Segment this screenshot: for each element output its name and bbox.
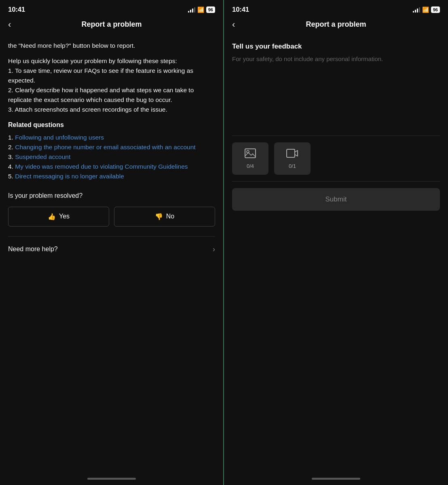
image-count-label: 0/4 [247, 163, 254, 169]
related-item-1[interactable]: 1. Following and unfollowing users [8, 133, 215, 142]
step1: 1. To save time, review our FAQs to see … [8, 67, 193, 84]
related-heading: Related questions [8, 120, 215, 130]
right-content: Tell us your feedback For your safety, d… [224, 34, 448, 472]
signal-icon-left [188, 7, 195, 13]
no-label: No [166, 213, 174, 220]
related-link-2[interactable]: Changing the phone number or email assoc… [15, 144, 195, 150]
image-upload-button[interactable]: 0/4 [232, 142, 268, 175]
left-content: the "Need more help?" button below to re… [0, 34, 223, 472]
status-icons-right: 📶 96 [413, 6, 440, 13]
step3: 3. Attach screenshots and screen recordi… [8, 106, 167, 113]
back-button-right[interactable]: ‹ [232, 19, 235, 30]
status-icons-left: 📶 96 [188, 6, 215, 13]
need-help-row[interactable]: Need more help? › [8, 236, 215, 263]
help-heading: Help us quickly locate your problem by f… [8, 57, 177, 64]
divider-media [232, 136, 440, 136]
step2: 2. Clearly describe how it happened and … [8, 87, 194, 103]
home-indicator-left [0, 472, 223, 485]
feedback-area[interactable]: For your safety, do not include any pers… [232, 55, 440, 127]
video-count-label: 0/1 [289, 163, 296, 169]
feedback-heading: Tell us your feedback [232, 42, 440, 51]
resolved-section: Is your problem resolved? 👍 Yes 👎 No Nee… [8, 191, 215, 263]
related-link-5[interactable]: Direct messaging is no longer available [15, 173, 124, 180]
related-link-1[interactable]: Following and unfollowing users [15, 134, 104, 141]
wifi-icon-left: 📶 [197, 6, 204, 13]
nav-bar-right: ‹ Report a problem [224, 17, 448, 34]
video-upload-button[interactable]: 0/1 [274, 142, 311, 175]
no-button[interactable]: 👎 No [114, 207, 215, 227]
nav-bar-left: ‹ Report a problem [0, 17, 223, 34]
page-title-right: Report a problem [306, 20, 366, 29]
video-icon [286, 148, 298, 161]
related-item-4[interactable]: 4. My video was removed due to violating… [8, 162, 215, 172]
divider-submit [232, 181, 440, 182]
resolved-question: Is your problem resolved? [8, 191, 215, 201]
thumbs-up-icon: 👍 [48, 213, 56, 220]
home-bar-right [312, 478, 360, 480]
related-link-3[interactable]: Suspended account [15, 153, 70, 160]
related-questions-section: Related questions 1. Following and unfol… [8, 120, 215, 181]
submit-button[interactable]: Submit [232, 188, 440, 211]
battery-left: 96 [206, 6, 215, 13]
feedback-placeholder: For your safety, do not include any pers… [232, 55, 440, 64]
page-title-left: Report a problem [81, 20, 142, 29]
status-bar-right: 10:41 📶 96 [224, 0, 448, 17]
yes-label: Yes [59, 213, 70, 220]
back-button-left[interactable]: ‹ [8, 19, 11, 30]
right-panel: 10:41 📶 96 ‹ Report a problem Tell us yo… [224, 0, 448, 485]
media-buttons: 0/4 0/1 [232, 142, 440, 175]
need-help-label: Need more help? [8, 244, 58, 254]
yes-button[interactable]: 👍 Yes [8, 207, 109, 227]
signal-icon-right [413, 7, 420, 13]
status-time-left: 10:41 [8, 6, 25, 14]
wifi-icon-right: 📶 [422, 6, 429, 13]
help-steps: Help us quickly locate your problem by f… [8, 56, 215, 114]
image-icon [245, 148, 256, 161]
related-item-3[interactable]: 3. Suspended account [8, 152, 215, 162]
chevron-right-icon: › [213, 244, 215, 255]
related-item-2[interactable]: 2. Changing the phone number or email as… [8, 142, 215, 152]
intro-text: the "Need more help?" button below to re… [8, 41, 215, 51]
battery-right: 96 [431, 6, 440, 13]
home-indicator-right [224, 472, 448, 485]
related-item-5[interactable]: 5. Direct messaging is no longer availab… [8, 172, 215, 181]
related-link-4[interactable]: My video was removed due to violating Co… [15, 163, 188, 170]
status-bar-left: 10:41 📶 96 [0, 0, 223, 17]
resolved-buttons: 👍 Yes 👎 No [8, 207, 215, 227]
home-bar-left [87, 478, 136, 480]
svg-rect-0 [245, 149, 256, 158]
left-panel: 10:41 📶 96 ‹ Report a problem the "Need … [0, 0, 224, 485]
status-time-right: 10:41 [232, 6, 249, 14]
thumbs-down-icon: 👎 [155, 213, 163, 220]
svg-rect-2 [287, 149, 295, 157]
